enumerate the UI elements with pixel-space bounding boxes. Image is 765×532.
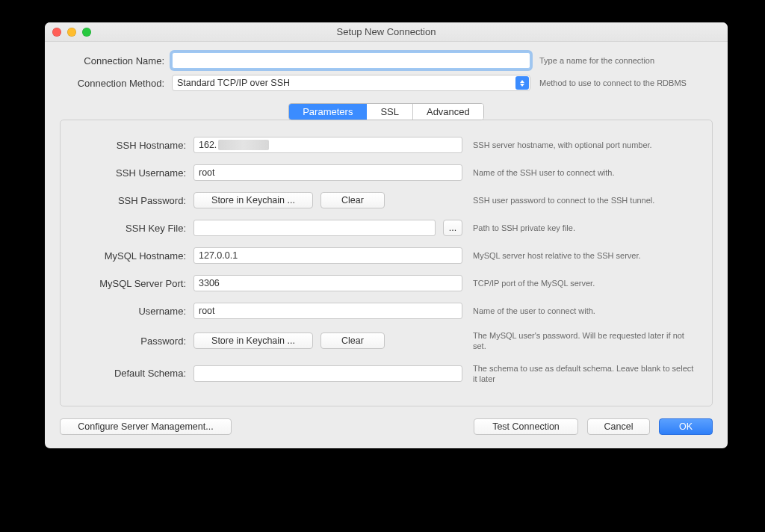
connection-method-select[interactable]: Standard TCP/IP over SSH <box>172 75 530 91</box>
row-ssh-hostname: SSH Hostname: 162. SSH server hostname, … <box>74 137 699 153</box>
mysql-password-clear-button[interactable]: Clear <box>320 332 385 349</box>
zoom-icon[interactable] <box>82 28 91 37</box>
row-mysql-password: Password: Store in Keychain ... Clear Th… <box>74 330 699 352</box>
ssh-keyfile-hint: Path to SSH private key file. <box>462 223 699 233</box>
test-connection-button[interactable]: Test Connection <box>474 418 578 435</box>
mysql-password-store-button[interactable]: Store in Keychain ... <box>193 332 313 349</box>
connection-method-label: Connection Method: <box>60 78 172 89</box>
dialog-window: Setup New Connection Connection Name: Ty… <box>45 22 728 448</box>
connection-method-value: Standard TCP/IP over SSH <box>177 78 290 88</box>
mysql-username-input[interactable] <box>193 303 462 319</box>
ssh-username-label: SSH Username: <box>74 167 193 179</box>
row-connection-name: Connection Name: Type a name for the con… <box>60 52 713 69</box>
tab-parameters[interactable]: Parameters <box>289 104 367 120</box>
parameters-panel: SSH Hostname: 162. SSH server hostname, … <box>60 120 713 406</box>
ssh-password-hint: SSH user password to connect to the SSH … <box>462 195 699 205</box>
footer: Configure Server Management... Test Conn… <box>45 406 728 448</box>
ssh-hostname-label: SSH Hostname: <box>74 140 193 151</box>
default-schema-input[interactable] <box>193 365 462 382</box>
ssh-keyfile-browse-button[interactable]: ... <box>443 220 462 236</box>
ssh-password-store-button[interactable]: Store in Keychain ... <box>193 192 313 208</box>
mysql-username-hint: Name of the user to connect with. <box>462 306 699 316</box>
connection-name-label: Connection Name: <box>60 55 172 66</box>
row-ssh-username: SSH Username: Name of the SSH user to co… <box>74 164 699 181</box>
close-icon[interactable] <box>52 28 61 37</box>
mysql-password-hint: The MySQL user's password. Will be reque… <box>462 330 699 352</box>
default-schema-hint: The schema to use as default schema. Lea… <box>462 363 699 385</box>
cancel-button[interactable]: Cancel <box>587 418 650 435</box>
ssh-username-hint: Name of the SSH user to connect with. <box>462 167 699 178</box>
row-ssh-keyfile: SSH Key File: ... Path to SSH private ke… <box>74 220 699 236</box>
row-default-schema: Default Schema: The schema to use as def… <box>74 363 699 385</box>
tabs-strip: Parameters SSL Advanced <box>60 103 713 120</box>
ssh-username-input[interactable] <box>193 164 462 181</box>
mysql-hostname-hint: MySQL server host relative to the SSH se… <box>462 250 699 261</box>
traffic-lights <box>45 28 91 37</box>
row-mysql-hostname: MySQL Hostname: MySQL server host relati… <box>74 247 699 264</box>
segmented-tabs: Parameters SSL Advanced <box>288 103 484 120</box>
mysql-hostname-input[interactable] <box>193 247 462 264</box>
row-mysql-username: Username: Name of the user to connect wi… <box>74 303 699 319</box>
ssh-hostname-input[interactable]: 162. <box>193 137 462 153</box>
mysql-username-label: Username: <box>74 306 193 317</box>
ok-button[interactable]: OK <box>659 418 713 435</box>
ssh-keyfile-input[interactable] <box>193 220 436 236</box>
ssh-password-clear-button[interactable]: Clear <box>320 192 385 208</box>
chevron-updown-icon <box>515 76 529 90</box>
mysql-port-label: MySQL Server Port: <box>74 278 193 289</box>
connection-method-hint: Method to use to connect to the RDBMS <box>539 78 687 87</box>
content-area: Connection Name: Type a name for the con… <box>45 42 728 406</box>
default-schema-label: Default Schema: <box>74 368 193 379</box>
mysql-port-input[interactable] <box>193 275 462 291</box>
ssh-hostname-hint: SSH server hostname, with optional port … <box>462 140 699 150</box>
mysql-hostname-label: MySQL Hostname: <box>74 250 193 262</box>
ssh-hostname-redacted <box>218 140 269 150</box>
ssh-hostname-value-prefix: 162. <box>199 140 217 150</box>
mysql-password-label: Password: <box>74 335 193 347</box>
minimize-icon[interactable] <box>67 28 76 37</box>
connection-name-hint: Type a name for the connection <box>539 56 654 65</box>
tab-ssl[interactable]: SSL <box>367 104 413 120</box>
row-connection-method: Connection Method: Standard TCP/IP over … <box>60 75 713 91</box>
connection-name-input[interactable] <box>172 52 530 69</box>
titlebar: Setup New Connection <box>45 22 728 42</box>
mysql-port-hint: TCP/IP port of the MySQL server. <box>462 278 699 288</box>
row-ssh-password: SSH Password: Store in Keychain ... Clea… <box>74 192 699 208</box>
row-mysql-port: MySQL Server Port: TCP/IP port of the My… <box>74 275 699 291</box>
ssh-password-label: SSH Password: <box>74 195 193 206</box>
tab-advanced[interactable]: Advanced <box>413 104 483 120</box>
configure-server-management-button[interactable]: Configure Server Management... <box>60 418 232 435</box>
ssh-keyfile-label: SSH Key File: <box>74 223 193 234</box>
window-title: Setup New Connection <box>45 26 728 37</box>
